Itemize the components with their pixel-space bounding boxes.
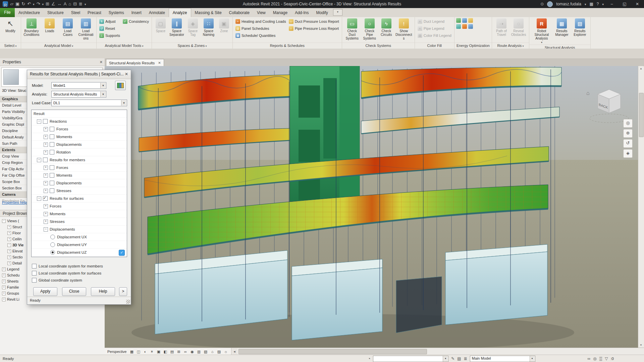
render-icon[interactable]: ◧ bbox=[162, 349, 168, 354]
adjust-button[interactable]: ↯ Adjust bbox=[98, 18, 121, 24]
scroll-down-icon[interactable]: ▼ bbox=[638, 343, 644, 348]
panel-label-reports-schedules[interactable]: Reports & Schedules bbox=[233, 43, 342, 49]
temporary-view-properties-icon[interactable]: ▧ bbox=[203, 349, 208, 354]
thin-lines-icon[interactable] bbox=[79, 0, 83, 8]
panel-label-energy-optimization[interactable]: Energy Optimization bbox=[454, 43, 492, 49]
customize-qat-icon[interactable] bbox=[85, 0, 86, 8]
horizontal-scrollbar[interactable] bbox=[237, 348, 644, 355]
space-naming-button[interactable]: ∷ Space Naming bbox=[201, 18, 217, 37]
panel-label-select[interactable]: Select bbox=[0, 43, 21, 49]
tree-row-results-for-members[interactable]: Results for members bbox=[32, 156, 127, 164]
tab-collaborate[interactable]: Collaborate bbox=[225, 8, 253, 17]
restore-button[interactable]: ◱ bbox=[620, 0, 629, 8]
view-tab-close-icon[interactable]: ✕ bbox=[158, 60, 161, 66]
tree-row-displacement-ux[interactable]: Displacement UX bbox=[32, 233, 127, 241]
design-options-select[interactable] bbox=[373, 356, 448, 362]
optimize-icon[interactable] bbox=[456, 24, 461, 29]
visual-style-icon[interactable]: ◐ bbox=[142, 349, 148, 354]
properties-close-icon[interactable]: ✕ bbox=[100, 58, 103, 66]
save-icon[interactable] bbox=[15, 0, 19, 8]
properties-help-link[interactable]: Properties help bbox=[2, 200, 27, 204]
results-manager-button[interactable]: ▦ Results Manager bbox=[553, 18, 571, 37]
help-button[interactable]: Help bbox=[91, 287, 115, 296]
scale-icon[interactable]: ▦ bbox=[129, 349, 135, 354]
space-separator-button[interactable]: ∥ Space Separator bbox=[168, 18, 185, 37]
minimize-button[interactable]: – bbox=[607, 0, 616, 8]
tree-row-members-displacements[interactable]: Displacements bbox=[32, 179, 127, 187]
signed-in-user[interactable]: tomasz.fudala bbox=[556, 2, 581, 6]
app-icon[interactable]: R bbox=[3, 1, 8, 7]
app-store-icon[interactable] bbox=[589, 2, 593, 6]
worksets-icon[interactable]: ◔ bbox=[368, 356, 370, 361]
tree-row-reactions-forces[interactable]: Forces bbox=[32, 125, 127, 133]
reveal-constraints-icon[interactable]: ☼ bbox=[223, 349, 228, 354]
detail-level-icon[interactable]: ◫ bbox=[136, 349, 141, 354]
avatar[interactable] bbox=[547, 1, 553, 7]
tree-row-members-moments[interactable]: Moments bbox=[32, 172, 127, 179]
section-icon[interactable] bbox=[73, 0, 77, 8]
search-icon[interactable] bbox=[540, 2, 544, 6]
sun-path-icon[interactable]: ☀ bbox=[149, 349, 155, 354]
text-icon[interactable] bbox=[64, 0, 67, 8]
show-disconnects-button[interactable]: ! Show Disconnects bbox=[395, 18, 413, 41]
active-only-icon[interactable]: ≣ bbox=[464, 356, 467, 361]
pipe-pressure-loss-report-button[interactable]: ○ Pipe Pressure Loss Report bbox=[288, 25, 340, 32]
tab-precast[interactable]: Precast bbox=[84, 8, 105, 17]
panel-schedules-button[interactable]: ▤ Panel Schedules bbox=[234, 25, 287, 32]
vertical-scroll-thumb[interactable] bbox=[639, 93, 644, 137]
results-explorer-button[interactable]: ▧ Results Explorer bbox=[571, 18, 589, 37]
horizontal-scroll-thumb[interactable] bbox=[238, 349, 427, 354]
tree-row-results-for-surfaces[interactable]: Results for surfaces bbox=[32, 195, 127, 202]
model-select[interactable]: Model1 bbox=[51, 82, 106, 89]
worksharing-display-icon[interactable]: ▥ bbox=[196, 349, 202, 354]
help-dropdown-icon[interactable] bbox=[602, 2, 604, 6]
dialog-close-icon[interactable]: ✕ bbox=[125, 70, 128, 78]
tree-row-reactions-rotation[interactable]: Rotation bbox=[32, 148, 127, 156]
loads-button[interactable]: ⇓ Loads bbox=[41, 18, 58, 33]
open-icon[interactable] bbox=[10, 0, 13, 8]
tree-row-reactions-displacements[interactable]: Displacements bbox=[32, 141, 127, 148]
sync-icon[interactable] bbox=[21, 0, 25, 8]
tab-manage[interactable]: Manage bbox=[269, 8, 291, 17]
tab-modify[interactable]: Modify bbox=[313, 8, 332, 17]
schedule-quantities-button[interactable]: ▦ Schedule/ Quantities bbox=[234, 32, 287, 39]
tab-architecture[interactable]: Architecture bbox=[15, 8, 44, 17]
show-analytical-model-icon[interactable]: ⌂ bbox=[209, 349, 215, 354]
active-model-select[interactable]: Main Model bbox=[470, 356, 535, 362]
help-icon[interactable] bbox=[597, 2, 599, 6]
tab-systems[interactable]: Systems bbox=[105, 8, 128, 17]
energy-results-icon[interactable] bbox=[468, 24, 473, 29]
tree-row-members-forces[interactable]: Forces bbox=[32, 164, 127, 172]
energy-settings-icon[interactable] bbox=[456, 18, 461, 23]
view-tab-structural-analysis-results[interactable]: Structural Analysis Results ✕ bbox=[106, 59, 164, 66]
analytical-model-settings-button[interactable] bbox=[115, 81, 126, 90]
tab-structure[interactable]: Structure bbox=[44, 8, 67, 17]
aligned-dimension-icon[interactable] bbox=[57, 0, 62, 8]
panel-label-analytical-model[interactable]: Analytical Model bbox=[21, 43, 96, 49]
tree-row-surfaces-moments[interactable]: Moments bbox=[32, 210, 127, 218]
reset-button[interactable]: ↺ Reset bbox=[98, 25, 121, 32]
load-case-select[interactable]: DL1 bbox=[51, 100, 127, 106]
create-energy-model-icon[interactable] bbox=[462, 18, 467, 23]
tab-add-ins[interactable]: Add-Ins bbox=[291, 8, 312, 17]
viewcube-home-icon[interactable]: ⌂ bbox=[586, 90, 590, 96]
load-cases-button[interactable]: ▤ Load Cases bbox=[59, 18, 76, 37]
filter-icon[interactable]: ▽ bbox=[605, 356, 608, 361]
scroll-left-icon[interactable]: ◄ bbox=[231, 349, 237, 354]
tab-annotate[interactable]: Annotate bbox=[145, 8, 169, 17]
scroll-up-icon[interactable]: ▲ bbox=[638, 66, 644, 71]
tree-row-displacement-uz[interactable]: Displacement UZ bbox=[32, 249, 127, 256]
panel-label-route-analysis[interactable]: Route Analysis bbox=[492, 43, 529, 49]
consistency-button[interactable]: ✓ Consistency bbox=[122, 18, 150, 24]
vertical-scrollbar[interactable]: ▲ ▼ bbox=[638, 66, 644, 348]
zoom-button[interactable]: ⊕ bbox=[623, 129, 633, 138]
robot-structural-analysis-button[interactable]: R Robot Structural Analysis bbox=[531, 18, 552, 45]
close-button[interactable]: ✕ bbox=[633, 0, 642, 8]
highlight-displacement-icon[interactable]: ▨ bbox=[216, 349, 222, 354]
delete-energy-model-icon[interactable] bbox=[462, 24, 467, 29]
results-dialog[interactable]: Results for Structural Analysis Results … bbox=[27, 70, 131, 305]
measure-icon[interactable] bbox=[51, 0, 55, 8]
supports-button[interactable]: ⊥ Supports bbox=[98, 32, 121, 39]
check-pipe-systems-button[interactable]: ○ Check Pipe Systems bbox=[361, 18, 378, 41]
panel-label-color-fill[interactable]: Color Fill bbox=[415, 43, 454, 49]
